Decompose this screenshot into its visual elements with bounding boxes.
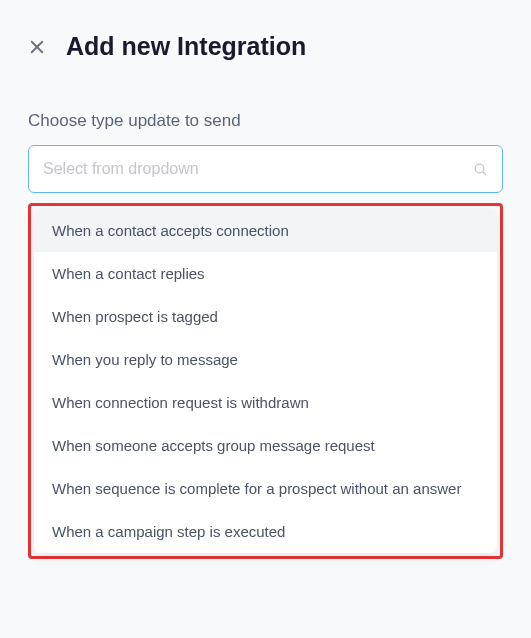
modal-header: Add new Integration (28, 20, 503, 61)
page-title: Add new Integration (66, 32, 306, 61)
dropdown-search-input[interactable] (43, 160, 473, 178)
search-icon (473, 162, 488, 177)
dropdown-item[interactable]: When sequence is complete for a prospect… (34, 467, 497, 510)
dropdown-list: When a contact accepts connection When a… (34, 209, 497, 553)
dropdown-item[interactable]: When a contact replies (34, 252, 497, 295)
close-icon (28, 38, 46, 56)
dropdown-item[interactable]: When someone accepts group message reque… (34, 424, 497, 467)
close-button[interactable] (28, 38, 46, 56)
dropdown-input-container[interactable] (28, 145, 503, 193)
dropdown-item[interactable]: When a campaign step is executed (34, 510, 497, 553)
highlight-annotation: When a contact accepts connection When a… (28, 203, 503, 559)
dropdown-item[interactable]: When you reply to message (34, 338, 497, 381)
svg-line-3 (483, 172, 486, 175)
dropdown-item[interactable]: When prospect is tagged (34, 295, 497, 338)
dropdown-label: Choose type update to send (28, 111, 503, 131)
dropdown-item[interactable]: When a contact accepts connection (34, 209, 497, 252)
dropdown-item[interactable]: When connection request is withdrawn (34, 381, 497, 424)
svg-point-2 (475, 164, 484, 173)
